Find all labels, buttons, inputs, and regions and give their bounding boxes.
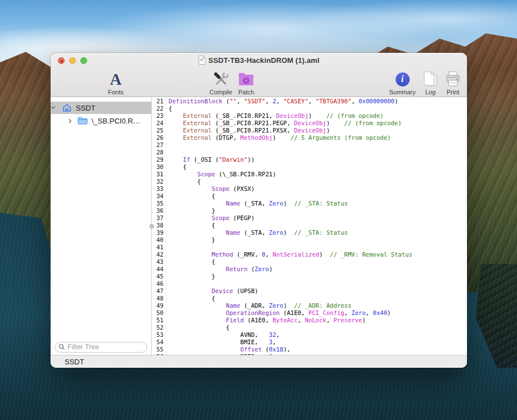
code-token: (_SB_.PCI0.RP21, — [212, 112, 276, 119]
code-token: ( — [262, 346, 269, 353]
code-text: Name (_ADR, Zero) // _ADR: Address — [166, 302, 351, 309]
code-token: NoLock — [305, 317, 326, 323]
filter-tree-input[interactable] — [55, 342, 147, 353]
code-row: 49 Name (_ADR, Zero) // _ADR: Address — [152, 302, 467, 309]
sidebar-tree-pane: SSDT \_SB.PCI0.R… — [51, 97, 152, 355]
code-token: , — [298, 317, 305, 323]
patch-button[interactable]: Patch — [234, 67, 258, 95]
toolbar: A Fonts Compile — [51, 67, 467, 97]
code-token: // _STA: Status — [294, 229, 348, 236]
summary-info-icon: i — [396, 70, 410, 88]
close-button[interactable] — [58, 57, 65, 64]
fonts-letter-a-icon: A — [110, 70, 122, 88]
line-number: 23 — [152, 112, 166, 120]
code-token: , — [366, 309, 373, 316]
code-token — [169, 346, 241, 353]
sidebar-item-sb-pci0[interactable]: \_SB.PCI0.R… — [51, 115, 151, 127]
code-token: , — [276, 331, 279, 338]
code-token: "" — [229, 98, 237, 104]
summary-button[interactable]: i Summary — [386, 67, 419, 95]
line-number: 44 — [152, 266, 166, 273]
code-token: PCI_Config — [309, 309, 344, 316]
titlebar[interactable]: SSDT-TB3-HackinDROM (1).aml — [51, 53, 467, 67]
sidebar-item-ssdt[interactable]: SSDT — [51, 102, 151, 114]
print-button[interactable]: Print — [442, 67, 464, 95]
code-row: 29 If (_OSI ("Darwin")) — [152, 156, 467, 163]
line-number: 37 — [152, 214, 166, 222]
code-token: 32 — [269, 331, 276, 338]
code-token: Zero — [351, 309, 366, 316]
filter-tree-field — [55, 341, 147, 352]
code-token: Name — [226, 302, 241, 309]
code-row: 30 { — [152, 163, 467, 171]
code-text: { — [166, 163, 187, 171]
code-token: // (from opcode) — [326, 112, 384, 119]
code-token: , — [273, 339, 276, 345]
code-token — [169, 156, 183, 163]
code-text: External (_SB_.PCI0.RP21.PXSX, DeviceObj… — [166, 127, 330, 134]
search-icon — [58, 344, 65, 350]
code-token: ) — [309, 112, 326, 119]
compile-tools-icon — [212, 70, 229, 88]
log-button[interactable]: Log — [421, 67, 440, 95]
code-token — [169, 309, 226, 316]
code-token: DeviceObj — [276, 112, 308, 119]
code-row: 45 } — [152, 273, 467, 280]
code-token: { — [169, 193, 215, 199]
splitter-handle[interactable] — [149, 224, 154, 229]
code-token: { — [169, 258, 215, 265]
maciasl-window: SSDT-TB3-HackinDROM (1).aml A Fonts — [51, 53, 467, 368]
code-token: Name — [226, 229, 241, 236]
code-row: 21DefinitionBlock ("", "SSDT", 2, "CASEY… — [152, 98, 467, 105]
code-token: Scope — [212, 185, 230, 192]
code-token: Name — [226, 200, 241, 207]
code-row: 46 — [152, 280, 467, 287]
code-token: Zero — [255, 266, 269, 272]
code-row: 42 Method (_RMV, 0, NotSerialized) // _R… — [152, 251, 467, 258]
compile-button[interactable]: Compile — [205, 67, 237, 95]
status-text: SSDT — [65, 358, 84, 366]
code-text: Method (_RMV, 0, NotSerialized) // _RMV:… — [166, 251, 412, 258]
line-number: 50 — [152, 309, 166, 317]
code-text: External (DTGP, MethodObj) // 5 Argument… — [166, 134, 391, 141]
disclosure-open-icon[interactable] — [51, 105, 57, 110]
code-token: } — [169, 273, 215, 280]
zoom-button[interactable] — [80, 57, 87, 64]
code-text: DefinitionBlock ("", "SSDT", 2, "CASEY",… — [166, 98, 398, 105]
code-token: (PXSX) — [229, 185, 255, 192]
code-row: 27 — [152, 141, 467, 149]
disclosure-closed-icon[interactable] — [67, 118, 74, 124]
code-row: 47 Device (UPSB) — [152, 287, 467, 295]
code-token: Field — [226, 317, 244, 323]
code-row: 48 { — [152, 295, 467, 302]
minimize-button[interactable] — [69, 57, 76, 64]
folder-icon — [78, 117, 88, 125]
status-bar: SSDT — [51, 355, 467, 368]
code-token: (\_SB.PCI0.RP21) — [215, 171, 276, 177]
code-token: ( — [247, 266, 255, 272]
code-token: ) — [269, 266, 273, 272]
line-number: 40 — [152, 236, 166, 244]
code-token: Zero — [269, 200, 284, 207]
code-token: (_SB_.PCI0.RP21.PXSX, — [212, 127, 294, 134]
line-number: 28 — [152, 149, 166, 156]
code-text: If (_OSI ("Darwin")) — [166, 156, 255, 163]
code-token: MethodObj — [241, 134, 273, 141]
line-number: 32 — [152, 178, 166, 185]
fonts-button[interactable]: A Fonts — [103, 67, 129, 95]
code-token: , — [237, 98, 244, 104]
line-number: 36 — [152, 207, 166, 214]
code-token: ) — [362, 317, 365, 323]
line-number: 35 — [152, 200, 166, 207]
line-number: 27 — [152, 141, 166, 149]
code-token — [169, 120, 183, 126]
line-number: 21 — [152, 98, 166, 105]
code-text: External (_SB_.PCI0.RP21, DeviceObj) // … — [166, 112, 384, 120]
code-token: ) — [273, 134, 291, 141]
code-token: "CASEY" — [283, 98, 309, 104]
code-text: { — [166, 324, 229, 331]
code-token: ( — [223, 98, 230, 104]
code-row: 32 { — [152, 178, 467, 185]
code-token: BMIE, — [169, 339, 269, 345]
code-editor[interactable]: 21DefinitionBlock ("", "SSDT", 2, "CASEY… — [152, 97, 467, 355]
